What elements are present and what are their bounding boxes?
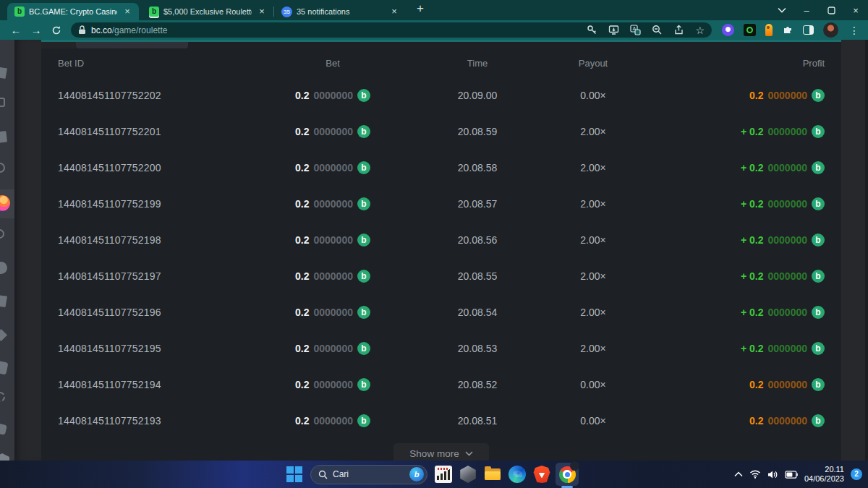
profit-cell: + 0.20000000b <box>637 234 825 247</box>
tab-close-icon[interactable]: × <box>388 6 400 17</box>
install-icon[interactable] <box>608 25 619 35</box>
bcd-coin-icon: b <box>357 270 370 283</box>
key-icon[interactable] <box>587 25 597 35</box>
bookmark-star-icon[interactable]: ☆ <box>695 25 705 35</box>
gem-app-icon[interactable] <box>459 466 477 483</box>
browser-tab-strip: b BC.GAME: Crypto Casino Games × b $5,00… <box>0 0 868 20</box>
klayout-app-icon[interactable] <box>435 466 452 483</box>
show-more-label: Show more <box>409 448 459 459</box>
tab-title: $5,000 Exclusive Roulette Prestig <box>163 7 252 16</box>
restore-button[interactable] <box>819 0 843 20</box>
clock-time: 20.11 <box>804 465 844 474</box>
sidebar-icon[interactable] <box>0 131 7 143</box>
bet-id-cell: 144081451107752200 <box>58 162 260 174</box>
header-profit: Profit <box>637 58 825 69</box>
menu-kebab-icon[interactable]: ⋮ <box>849 25 859 36</box>
brave-icon[interactable] <box>533 466 550 483</box>
taskbar-clock[interactable]: 20.11 04/06/2023 <box>804 465 844 484</box>
tab-close-icon[interactable]: × <box>122 6 133 17</box>
table-row[interactable]: 1440814511077522000.20000000b20.08.582.0… <box>41 150 841 186</box>
sidebar-icon[interactable] <box>0 98 5 107</box>
address-bar[interactable]: bc.co/game/roulette A ☆ <box>71 22 712 38</box>
table-row[interactable]: 1440814511077521990.20000000b20.08.572.0… <box>41 186 841 222</box>
bcd-coin-icon: b <box>812 234 825 247</box>
profit-cell: + 0.20000000b <box>637 161 825 174</box>
minimize-button[interactable]: – <box>794 0 819 20</box>
screen: b BC.GAME: Crypto Casino Games × b $5,00… <box>0 0 868 488</box>
sidebar-icon[interactable] <box>0 360 9 374</box>
bet-amount-cell: 0.20000000b <box>260 234 405 247</box>
sidebar-icon[interactable] <box>0 229 4 239</box>
new-tab-button[interactable]: + <box>412 1 429 18</box>
payout-cell: 2.00× <box>550 270 637 282</box>
clock-date: 04/06/2023 <box>804 474 844 484</box>
profile-avatar[interactable] <box>823 22 838 38</box>
extension-orange-icon[interactable] <box>765 24 773 36</box>
notification-count-badge[interactable]: 2 <box>851 468 862 480</box>
tab-bcgame[interactable]: b BC.GAME: Crypto Casino Games × <box>7 3 139 20</box>
bcd-coin-icon: b <box>357 306 370 319</box>
file-explorer-icon[interactable] <box>484 466 501 483</box>
table-row[interactable]: 1440814511077521940.20000000b20.08.520.0… <box>41 367 841 403</box>
payout-cell: 2.00× <box>550 343 637 354</box>
bet-amount-cell: 0.20000000b <box>260 378 405 391</box>
payout-cell: 0.00× <box>550 379 637 390</box>
url-text: bc.co/game/roulette <box>91 25 167 35</box>
bing-icon[interactable]: b <box>409 467 424 481</box>
bcd-coin-icon: b <box>812 197 825 210</box>
taskbar-search-input[interactable]: Cari b <box>310 465 427 484</box>
sidebar-icon[interactable] <box>0 67 7 79</box>
sidebar-icon[interactable] <box>0 295 7 307</box>
extensions-puzzle-icon[interactable] <box>782 25 793 36</box>
close-button[interactable]: × <box>843 0 868 20</box>
scrollbar-track[interactable] <box>865 40 868 461</box>
profit-cell: 0.20000000b <box>637 89 825 102</box>
tab-roulette-promo[interactable]: b $5,000 Exclusive Roulette Prestig × <box>142 3 273 20</box>
table-row[interactable]: 1440814511077521970.20000000b20.08.552.0… <box>41 258 841 294</box>
payout-cell: 2.00× <box>550 162 637 174</box>
table-row[interactable]: 1440814511077521980.20000000b20.08.562.0… <box>41 222 841 258</box>
bcd-coin-icon: b <box>812 161 825 174</box>
extension-purple-icon[interactable] <box>722 24 734 36</box>
time-cell: 20.08.58 <box>405 162 550 174</box>
bet-amount-cell: 0.20000000b <box>260 197 405 210</box>
translate-icon[interactable]: A <box>630 25 641 35</box>
extension-dark-icon[interactable] <box>744 24 756 36</box>
table-row[interactable]: 1440814511077522010.20000000b20.08.592.0… <box>41 114 841 150</box>
battery-icon[interactable] <box>785 471 798 479</box>
time-cell: 20.08.53 <box>405 343 550 354</box>
tab-close-icon[interactable]: × <box>256 6 268 17</box>
forward-icon[interactable]: → <box>27 22 45 39</box>
search-placeholder: Cari <box>333 469 404 479</box>
sidebar-icon[interactable] <box>0 453 9 461</box>
table-row[interactable]: 1440814511077521930.20000000b20.08.510.0… <box>41 403 841 439</box>
chrome-icon-active[interactable] <box>556 463 579 486</box>
volume-icon[interactable] <box>767 470 778 479</box>
sidebar-icon[interactable] <box>0 163 5 173</box>
sidebar-icon[interactable] <box>0 262 7 274</box>
chevron-up-icon[interactable] <box>734 471 743 477</box>
sidebar-icon[interactable] <box>0 392 5 402</box>
tab-search-chevron-icon[interactable] <box>770 0 794 20</box>
table-row[interactable]: 1440814511077521950.20000000b20.08.532.0… <box>41 330 841 367</box>
start-icon[interactable] <box>286 466 303 483</box>
share-icon[interactable] <box>673 25 684 35</box>
bet-amount-cell: 0.20000000b <box>260 161 405 174</box>
tab-notifications[interactable]: 35 35 notifications × <box>274 3 406 20</box>
profit-cell: 0.20000000b <box>637 378 825 391</box>
bet-id-cell: 144081451107752193 <box>58 415 260 427</box>
sidebar-icon[interactable] <box>0 423 7 435</box>
table-row[interactable]: 1440814511077521960.20000000b20.08.542.0… <box>41 294 841 330</box>
sidebar-icon[interactable] <box>0 329 7 341</box>
bcd-coin-icon: b <box>357 378 370 391</box>
back-icon[interactable]: ← <box>7 22 25 39</box>
zoom-icon[interactable] <box>652 25 663 35</box>
payout-cell: 0.00× <box>550 415 637 427</box>
lock-icon <box>78 25 86 35</box>
edge-icon[interactable] <box>509 466 526 483</box>
side-panel-icon[interactable] <box>803 25 814 35</box>
clipped-tab[interactable] <box>76 42 188 48</box>
table-row[interactable]: 1440814511077522020.20000000b20.09.000.0… <box>41 77 841 114</box>
wifi-icon[interactable] <box>749 470 761 479</box>
reload-icon[interactable] <box>48 22 65 39</box>
